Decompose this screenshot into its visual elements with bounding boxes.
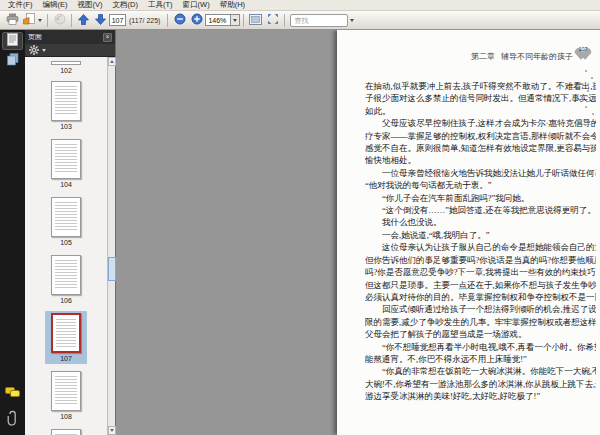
page-up-icon	[78, 11, 89, 29]
page-thumbnail[interactable]: 108	[45, 369, 87, 422]
text-line: 在抽动,似乎就要冲上前去,孩子吓得突然不敢动了。不难看出,孩	[365, 80, 596, 92]
thumbnail-image	[51, 81, 81, 121]
current-page-input[interactable]	[109, 14, 126, 26]
menu-item[interactable]: 文件(F)	[3, 0, 38, 10]
chevron-down-icon	[233, 19, 237, 22]
thumbnail-page-number: 107	[60, 355, 72, 362]
page-thumbnail[interactable]: 104	[45, 137, 87, 190]
menu-item[interactable]: 帮助(H)	[215, 0, 250, 10]
menu-item[interactable]: 文档(D)	[108, 0, 143, 10]
print-button[interactable]	[5, 13, 20, 28]
scroll-down-icon[interactable]	[108, 426, 116, 435]
text-line: 一会,她说道,“哦,我明白了。”	[365, 229, 596, 241]
page-number-ornament: 107	[572, 44, 594, 60]
thumbnail-image	[51, 197, 81, 237]
zoom-level-input[interactable]	[205, 14, 231, 26]
email-button[interactable]	[22, 13, 43, 28]
page-thumbnail[interactable]: 105	[45, 195, 87, 248]
thumbnail-image	[51, 139, 81, 179]
fit-page-button[interactable]	[248, 13, 263, 28]
thumbnail-image	[51, 429, 81, 435]
text-line: “这个倒没有……”她回答道,还在等我把意思说得更明了。	[365, 204, 596, 216]
text-line: 但你告诉他们的事足够重要吗?你说话是当真的吗?你想要他顺从	[365, 254, 596, 266]
adobe-reader-window: 文件(F)编辑(E)视图(V)文档(D)工具(T)窗口(W)帮助(H)	[0, 0, 600, 435]
thumbnail-page-number: 104	[60, 181, 72, 188]
navigation-strip	[0, 30, 25, 435]
text-line: 疗专家——掌握足够的控制权,权利决定言语,那样倾听就不会令人	[365, 130, 596, 142]
page-thumbnail[interactable]: 102	[45, 59, 87, 76]
previous-view-button[interactable]	[52, 13, 67, 28]
close-icon[interactable]: ×	[103, 33, 112, 42]
thumbnail-image	[51, 255, 81, 295]
document-page: 第二章辅导不同年龄的孩子 107 在抽动,似乎就要冲上前去,孩子吓得突然不敢动了…	[337, 30, 600, 435]
comments-panel-icon	[5, 387, 20, 398]
document-pane[interactable]: 第二章辅导不同年龄的孩子 107 在抽动,似乎就要冲上前去,孩子吓得突然不敢动了…	[117, 30, 600, 435]
scroll-up-icon[interactable]	[108, 57, 116, 66]
layers-panel-tab[interactable]	[2, 52, 23, 70]
text-line: 吗?你是否愿意忍受争吵?下一章,我将提出一些有效的约束技巧,	[365, 266, 596, 278]
zoom-in-button[interactable]	[189, 13, 204, 28]
zoom-out-button[interactable]	[172, 13, 187, 28]
attachments-panel-icon	[7, 410, 18, 430]
text-line: “你儿子会在汽车前面乱跑吗?”我问她。	[365, 192, 596, 204]
chevron-down-icon[interactable]	[42, 49, 46, 52]
sidebar-scrollbar[interactable]	[107, 57, 115, 435]
menu-item[interactable]: 窗口(W)	[178, 0, 215, 10]
zoom-in-icon	[191, 11, 203, 29]
text-line: 能熬通宵。不,你巴不得永远不用上床睡觉!”	[365, 353, 596, 365]
menu-item[interactable]: 工具(T)	[143, 0, 178, 10]
menu-item[interactable]: 视图(V)	[73, 0, 108, 10]
comments-panel-tab[interactable]	[2, 383, 23, 401]
page-count-label: (117/ 225)	[129, 17, 160, 24]
text-line: 但这都只是琐事。主要一点还在于,如果你不想与孩子发生争吵,你	[365, 279, 596, 291]
toolbar-separator	[243, 14, 244, 27]
attachments-panel-tab[interactable]	[2, 411, 23, 429]
page-thumbnail[interactable]: 106	[45, 253, 87, 306]
previous-page-button[interactable]	[76, 13, 91, 28]
fullscreen-icon	[267, 11, 279, 29]
page-thumbnail[interactable]: 107	[45, 311, 87, 364]
fullscreen-button[interactable]	[265, 13, 280, 28]
text-line: 父母应该尽早控制住孩子,这样才会成为卡尔·惠特克倡导的理	[365, 117, 596, 129]
text-line: 大碗!不,你希望有一游泳池那么多的冰淇淋,你从跳板上跳下去,边	[365, 378, 596, 390]
heart-icon: 107	[576, 44, 590, 56]
toolbar-separator	[284, 14, 285, 27]
thumbnail-image	[51, 61, 81, 65]
find-input[interactable]	[290, 14, 348, 27]
find-dropdown-icon[interactable]	[350, 19, 354, 22]
printer-icon	[6, 11, 19, 29]
layers-panel-icon	[7, 52, 19, 70]
fit-page-icon	[249, 11, 262, 29]
email-icon	[23, 11, 36, 29]
toolbar-separator	[71, 14, 72, 27]
thumbnail-page-number: 106	[60, 297, 72, 304]
text-line: “你真的非常想在饭前吃一大碗冰淇淋。你能吃下一大碗,不,十	[365, 365, 596, 377]
text-line: 愉快地相处。	[365, 154, 596, 166]
panel-title: 页面	[28, 32, 103, 42]
pages-panel-icon	[7, 32, 18, 50]
zoom-out-icon	[174, 11, 186, 29]
chapter-title: 辅导不同年龄的孩子	[501, 52, 573, 61]
thumbnail-image	[51, 313, 81, 353]
text-line: 我什么也没说。	[365, 216, 596, 228]
text-line: 限的需要,减少了争吵发生的几率。牢牢掌握控制权或者想这样做的	[365, 316, 596, 328]
next-page-button[interactable]	[93, 13, 108, 28]
menu-item[interactable]: 编辑(E)	[38, 0, 73, 10]
toolbar-separator	[167, 14, 168, 27]
pages-panel-tab[interactable]	[2, 32, 23, 50]
chapter-label: 第二章	[471, 52, 495, 61]
thumbnail-image	[51, 371, 81, 411]
panel-options-bar	[25, 44, 115, 57]
scrollbar-thumb[interactable]	[108, 257, 116, 281]
page-thumbnail[interactable]: 103	[45, 79, 87, 132]
pages-panel: 页面 × 102 103	[25, 30, 116, 435]
toolbar: (117/ 225)	[0, 11, 600, 30]
page-thumbnail[interactable]: 109	[45, 427, 87, 435]
thumbnail-page-number: 103	[60, 123, 72, 130]
menu-bar: 文件(F)编辑(E)视图(V)文档(D)工具(T)窗口(W)帮助(H)	[0, 0, 600, 11]
text-line: 回应式倾听通过给孩子一个想法得到倾听的机会,推迟了设定界	[365, 303, 596, 315]
zoom-dropdown-button[interactable]	[231, 14, 240, 26]
text-line: “他对我说的每句话都无动于衷。”	[365, 179, 596, 191]
text-line: 这位母亲认为让孩子服从自己的命令是想她能领会自己的意图。	[365, 241, 596, 253]
text-line: “你不想睡觉想再看半小时电视,哦不,再看一个小时。你希望你	[365, 341, 596, 353]
